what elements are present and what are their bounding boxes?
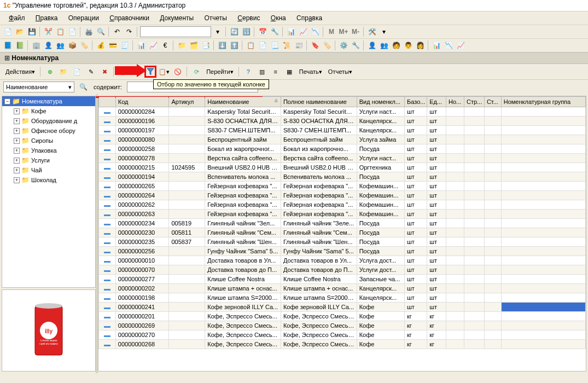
menu-documents[interactable]: Документы	[155, 13, 198, 23]
table-cell[interactable]: Гейзерная кофеварка "...	[205, 200, 281, 210]
table-cell[interactable]: Гейзерная кофеварка "...	[281, 200, 357, 210]
table-cell[interactable]: шт	[405, 237, 427, 247]
tb2-11[interactable]: 📊	[136, 40, 147, 51]
tree-item[interactable]: +📁Чай	[2, 165, 95, 175]
table-cell[interactable]	[501, 219, 585, 228]
table-cell[interactable]	[99, 265, 116, 275]
table-cell[interactable]: 00000000197	[115, 126, 169, 135]
table-cell[interactable]	[99, 275, 116, 284]
barcode-icon[interactable]: ▥	[256, 66, 268, 78]
table-cell[interactable]	[446, 265, 464, 275]
tb2-9[interactable]: 💳	[107, 40, 118, 51]
tb2-4[interactable]: 👤	[43, 40, 54, 51]
filter-search-icon[interactable]: 🔍	[78, 82, 89, 92]
table-cell[interactable]: 00000000230	[115, 228, 169, 237]
copy-icon[interactable]: 📋	[55, 26, 66, 37]
table-cell[interactable]: Доставка товаров до П...	[281, 265, 357, 275]
table-cell[interactable]	[446, 228, 464, 237]
table-cell[interactable]: Kaspersky Total Security ...	[205, 107, 281, 117]
table-cell[interactable]: Канцелярск...	[357, 117, 404, 126]
table-cell[interactable]: 00000000234	[115, 219, 169, 228]
table-cell[interactable]: Запасные ча...	[357, 275, 404, 284]
table-row[interactable]: 00000000194Вспениватель молока ...Вспени…	[99, 172, 586, 182]
table-cell[interactable]	[484, 265, 501, 275]
table-cell[interactable]	[99, 191, 116, 200]
table-cell[interactable]	[446, 191, 464, 200]
table-cell[interactable]	[99, 340, 116, 349]
table-cell[interactable]: шт	[405, 265, 427, 275]
table-cell[interactable]	[484, 126, 501, 135]
collapse-icon[interactable]: −	[4, 98, 10, 105]
table-cell[interactable]	[446, 182, 464, 191]
tree-item[interactable]: +📁Упаковка	[2, 146, 95, 155]
m-plus-btn[interactable]: M+	[338, 26, 349, 37]
dd-icon[interactable]: ▾	[379, 26, 389, 37]
table-cell[interactable]: шт	[427, 126, 446, 135]
table-cell[interactable]	[169, 330, 205, 340]
table-cell[interactable]	[464, 117, 484, 126]
tb-icon-4[interactable]: 📉	[310, 26, 321, 37]
table-row[interactable]: 00000000234005819Глиняный чайник "Зел...…	[99, 219, 586, 228]
table-row[interactable]: 00000000269Кофе, Эспрессо Смесь...Кофе, …	[99, 321, 586, 330]
calendar-icon[interactable]: 📅	[257, 26, 268, 37]
table-cell[interactable]: шт	[427, 154, 446, 163]
table-cell[interactable]: Клише Coffee Nostra	[205, 275, 281, 284]
table-cell[interactable]	[169, 293, 205, 303]
print-dropdown[interactable]: Печать ▾	[297, 67, 324, 77]
table-cell[interactable]: Гунфу Чайник "Sama" 5...	[281, 247, 357, 256]
help-icon[interactable]: 🛠️	[366, 26, 377, 37]
table-cell[interactable]	[464, 210, 484, 219]
table-cell[interactable]	[501, 154, 585, 163]
table-cell[interactable]: Клише штампа + оснас...	[205, 284, 281, 293]
table-cell[interactable]: Посуда	[357, 237, 404, 247]
table-cell[interactable]	[464, 191, 484, 200]
table-row[interactable]: 00000000010Доставка товаров в Ул...Доста…	[99, 256, 586, 265]
table-cell[interactable]	[484, 163, 501, 172]
save-icon[interactable]: 💾	[26, 26, 37, 37]
table-cell[interactable]: S830-7 СМЕН.ШТЕМП...	[281, 126, 357, 135]
table-cell[interactable]	[446, 154, 464, 163]
table-cell[interactable]: Кофе зерновой ILLY Ca...	[281, 303, 357, 312]
table-cell[interactable]: Кофе	[357, 312, 404, 321]
filter-off-icon[interactable]: 🚫	[172, 66, 184, 78]
table-cell[interactable]	[464, 265, 484, 275]
table-cell[interactable]	[484, 256, 501, 265]
table-cell[interactable]	[484, 312, 501, 321]
table-cell[interactable]	[464, 303, 484, 312]
tb2-33[interactable]: 📊	[431, 40, 442, 51]
table-cell[interactable]: 00000000202	[115, 284, 169, 293]
menu-operations[interactable]: Операции	[64, 13, 103, 23]
table-cell[interactable]	[501, 265, 585, 275]
table-cell[interactable]: шт	[405, 303, 427, 312]
table-row[interactable]: 00000000256Гунфу Чайник "Sama" 5...Гунфу…	[99, 247, 586, 256]
tb2-15[interactable]: 🗂️	[188, 40, 199, 51]
table-cell[interactable]	[484, 219, 501, 228]
table-cell[interactable]: Внешний USB2.0 HUB 7...	[281, 163, 357, 172]
table-cell[interactable]: 00000000265	[115, 182, 169, 191]
table-cell[interactable]	[501, 321, 585, 330]
table-cell[interactable]: Услуги наст...	[357, 154, 404, 163]
table-cell[interactable]: 00000000235	[115, 237, 169, 247]
table-row[interactable]: 00000000235005837Глиняный чайник "Шен...…	[99, 237, 586, 247]
table-row[interactable]: 00000000264Гейзерная кофеварка "...Гейзе…	[99, 191, 586, 200]
table-cell[interactable]	[446, 237, 464, 247]
table-cell[interactable]	[169, 144, 205, 154]
paste-icon[interactable]: 📄	[67, 26, 78, 37]
tree-root[interactable]: − 📁 Номенклатура	[2, 96, 95, 106]
table-cell[interactable]	[446, 172, 464, 182]
table-cell[interactable]: шт	[405, 247, 427, 256]
table-row[interactable]: 00000000277Клише Coffee NostraКлише Coff…	[99, 275, 586, 284]
table-cell[interactable]: 00000000262	[115, 200, 169, 210]
filter-history-icon[interactable]: 📋▾	[158, 66, 170, 78]
expand-icon[interactable]: +	[14, 108, 20, 114]
table-cell[interactable]	[464, 321, 484, 330]
table-cell[interactable]	[501, 182, 585, 191]
tb2-21[interactable]: 📃	[269, 40, 280, 51]
table-cell[interactable]	[169, 200, 205, 210]
table-cell[interactable]	[484, 275, 501, 284]
table-cell[interactable]: Кофемашин...	[357, 191, 404, 200]
table-cell[interactable]: Канцелярск...	[357, 293, 404, 303]
table-cell[interactable]	[446, 312, 464, 321]
table-cell[interactable]	[99, 321, 116, 330]
cut-icon[interactable]: ✂️	[43, 26, 54, 37]
